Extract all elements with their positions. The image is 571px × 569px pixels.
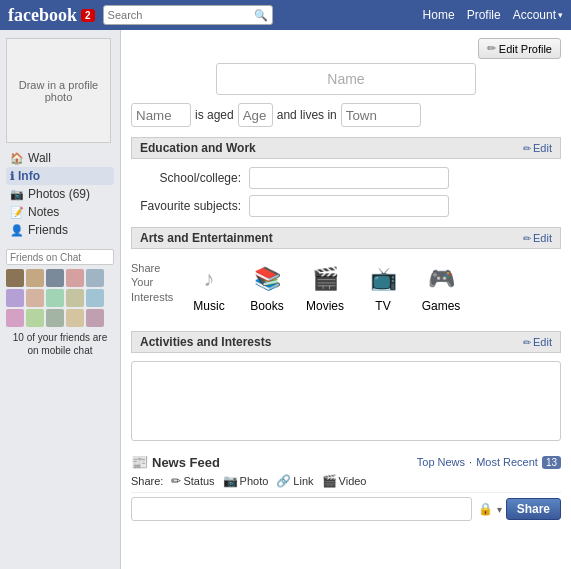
friend-avatar (6, 289, 24, 307)
friends-chat-section: 10 of your friends are on mobile chat (6, 249, 114, 357)
education-edit-pencil-icon: ✏ (523, 143, 531, 154)
education-edit-link[interactable]: ✏ Edit (523, 142, 552, 154)
lock-dropdown-icon[interactable]: ▾ (497, 504, 502, 515)
share-btn-area: 🔒 ▾ Share (478, 498, 561, 520)
arts-edit-link[interactable]: ✏ Edit (523, 232, 552, 244)
logo-area: facebook 2 (8, 5, 95, 26)
newspaper-icon: 📰 (131, 454, 148, 470)
friend-avatar (46, 309, 64, 327)
sidebar-friends-label: Friends (28, 223, 68, 237)
mobile-chat-label: 10 of your friends are on mobile chat (6, 331, 114, 357)
interest-books[interactable]: 📚 Books (242, 261, 292, 313)
lock-icon: 🔒 (478, 502, 493, 516)
video-label: Video (339, 475, 367, 487)
friend-avatar (46, 269, 64, 287)
town-input[interactable] (341, 103, 421, 127)
school-row: School/college: (131, 167, 561, 189)
arts-grid: Share Your Interests ♪ Music 📚 Books 🎬 M… (131, 257, 561, 321)
activities-textarea[interactable] (131, 361, 561, 441)
sidebar-info-label: Info (18, 169, 40, 183)
activities-section: Activities and Interests ✏ Edit (131, 331, 561, 444)
movies-icon: 🎬 (307, 261, 343, 297)
chevron-down-icon: ▾ (558, 10, 563, 20)
newsfeed-separator: · (469, 456, 472, 468)
age-input[interactable] (238, 103, 273, 127)
share-bar: Share: ✏ Status 📷 Photo 🔗 Link 🎬 Video (131, 470, 561, 493)
sidebar-wall-label: Wall (28, 151, 51, 165)
subjects-input[interactable] (249, 195, 449, 217)
edit-pencil-icon: ✏ (487, 42, 496, 55)
share-link-action[interactable]: 🔗 Link (276, 474, 313, 488)
edit-profile-button[interactable]: ✏ Edit Profile (478, 38, 561, 59)
sidebar-item-photos[interactable]: 📷 Photos (69) (6, 185, 114, 203)
share-button[interactable]: Share (506, 498, 561, 520)
friend-avatar (86, 269, 104, 287)
tv-icon: 📺 (365, 261, 401, 297)
profile-photo-label: Draw in a profile photo (7, 79, 110, 103)
search-icon[interactable]: 🔍 (254, 9, 268, 22)
interest-movies[interactable]: 🎬 Movies (300, 261, 350, 313)
profile-link[interactable]: Profile (467, 8, 501, 22)
friend-avatar (26, 269, 44, 287)
sidebar-item-info[interactable]: ℹ Info (6, 167, 114, 185)
tv-label: TV (375, 299, 390, 313)
wall-icon: 🏠 (10, 152, 24, 165)
school-label: School/college: (131, 171, 241, 185)
top-news-link[interactable]: Top News (417, 456, 465, 468)
status-icon: ✏ (171, 474, 181, 488)
main-layout: Draw in a profile photo 🏠 Wall ℹ Info 📷 … (0, 30, 571, 569)
newsfeed-filter: Top News · Most Recent 13 (417, 456, 561, 469)
account-menu[interactable]: Account ▾ (513, 8, 563, 22)
games-icon: 🎮 (423, 261, 459, 297)
education-header: Education and Work ✏ Edit (131, 137, 561, 159)
share-interests-label: Share Your Interests (131, 261, 176, 304)
account-label: Account (513, 8, 556, 22)
home-link[interactable]: Home (423, 8, 455, 22)
sidebar-item-wall[interactable]: 🏠 Wall (6, 149, 114, 167)
music-label: Music (193, 299, 224, 313)
friend-avatar (86, 309, 104, 327)
sidebar: Draw in a profile photo 🏠 Wall ℹ Info 📷 … (0, 30, 120, 569)
arts-edit-pencil-icon: ✏ (523, 233, 531, 244)
sidebar-item-friends[interactable]: 👤 Friends (6, 221, 114, 239)
logo-text: facebook (8, 5, 77, 26)
header: facebook 2 🔍 Home Profile Account ▾ (0, 0, 571, 30)
books-label: Books (250, 299, 283, 313)
share-photo-action[interactable]: 📷 Photo (223, 474, 269, 488)
arts-section: Arts and Entertainment ✏ Edit Share Your… (131, 227, 561, 321)
newsfeed-title-row: 📰 News Feed Top News · Most Recent 13 (131, 454, 561, 470)
friend-avatar (6, 309, 24, 327)
activities-edit-link[interactable]: ✏ Edit (523, 336, 552, 348)
arts-header: Arts and Entertainment ✏ Edit (131, 227, 561, 249)
post-input[interactable] (131, 497, 472, 521)
interest-music[interactable]: ♪ Music (184, 261, 234, 313)
name-input[interactable] (131, 103, 191, 127)
newsfeed-section: 📰 News Feed Top News · Most Recent 13 Sh… (131, 454, 561, 521)
friend-avatar (6, 269, 24, 287)
friend-avatar (66, 289, 84, 307)
share-video-action[interactable]: 🎬 Video (322, 474, 367, 488)
activities-title: Activities and Interests (140, 335, 271, 349)
school-input[interactable] (249, 167, 449, 189)
photos-icon: 📷 (10, 188, 24, 201)
share-status-action[interactable]: ✏ Status (171, 474, 214, 488)
notification-badge: 2 (81, 9, 95, 22)
sidebar-nav: 🏠 Wall ℹ Info 📷 Photos (69) 📝 Notes 👤 Fr… (6, 149, 114, 239)
friends-chat-search[interactable] (6, 249, 114, 265)
newsfeed-title: 📰 News Feed (131, 454, 220, 470)
music-icon: ♪ (191, 261, 227, 297)
activities-edit-label: Edit (533, 336, 552, 348)
sidebar-item-notes[interactable]: 📝 Notes (6, 203, 114, 221)
books-icon: 📚 (249, 261, 285, 297)
search-bar: 🔍 (103, 5, 273, 25)
profile-name-placeholder: Name (327, 71, 364, 87)
status-label: Status (183, 475, 214, 487)
profile-photo-box[interactable]: Draw in a profile photo (6, 38, 111, 143)
search-input[interactable] (108, 9, 250, 21)
interest-tv[interactable]: 📺 TV (358, 261, 408, 313)
arts-edit-label: Edit (533, 232, 552, 244)
notes-icon: 📝 (10, 206, 24, 219)
profile-info-row: is aged and lives in (131, 103, 561, 127)
interest-games[interactable]: 🎮 Games (416, 261, 466, 313)
most-recent-link[interactable]: Most Recent (476, 456, 538, 468)
